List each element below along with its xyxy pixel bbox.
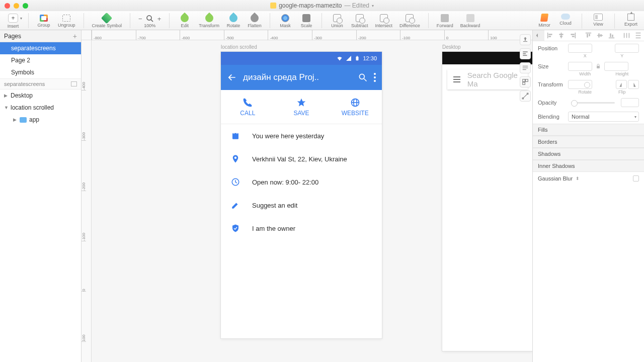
flatten-button[interactable]: Flatten [248, 14, 262, 28]
intersect-button[interactable]: Intersect [375, 14, 392, 28]
svg-rect-2 [356, 57, 359, 61]
fills-section[interactable]: Fills [533, 124, 644, 136]
backward-button[interactable]: Backward [460, 14, 480, 28]
chevron-down-icon[interactable]: ▾ [372, 4, 374, 8]
align-vcenter-icon[interactable] [594, 30, 606, 41]
add-page-button[interactable]: + [73, 32, 77, 40]
edit-button[interactable]: Edit [178, 14, 192, 28]
scale-button[interactable]: Scale [299, 14, 313, 28]
info-row-hours[interactable]: Open now: 9:00- 22:00 [221, 170, 382, 194]
more-icon[interactable] [374, 73, 376, 82]
svg-point-7 [374, 76, 376, 78]
artboard-label[interactable]: location scrolled [221, 44, 257, 50]
blending-select[interactable]: Normal▾ [568, 112, 639, 122]
close-window-icon[interactable] [5, 3, 10, 9]
create-symbol-button[interactable]: Create Symbol [92, 14, 122, 28]
info-row-address[interactable]: Verkhnii Val St, 22, Kiev, Ukraine [221, 147, 382, 170]
flip-h-button[interactable] [616, 80, 627, 89]
align-hcenter-icon[interactable] [556, 30, 568, 41]
subtract-button[interactable]: Subtract [351, 14, 368, 28]
back-icon[interactable] [227, 72, 237, 82]
gaussian-blur-row[interactable]: Gaussian Blur⬍ [533, 172, 644, 185]
save-button[interactable]: SAVE [275, 90, 329, 124]
union-button[interactable]: Union [330, 14, 344, 28]
flip-v-button[interactable] [628, 80, 639, 89]
align-tool-icon[interactable] [520, 48, 531, 59]
height-input[interactable] [604, 62, 628, 71]
artboard-location-scrolled[interactable]: 12:30 дизайн среда Proj.. CALL SAVE WEBS… [221, 52, 382, 338]
difference-button[interactable]: Difference [399, 14, 420, 28]
window-controls [0, 3, 28, 9]
insert-button[interactable]: ▾Insert [6, 14, 20, 29]
position-x-input[interactable] [568, 44, 592, 53]
distribute-h-icon[interactable] [621, 30, 632, 41]
width-input[interactable] [568, 62, 592, 71]
svg-rect-41 [598, 33, 599, 37]
svg-rect-46 [624, 33, 625, 38]
ruler-vertical: -400-300-200-1000100200300 [82, 40, 92, 362]
position-label: Position [538, 45, 565, 51]
page-item[interactable]: Symbols [0, 66, 81, 78]
export-button[interactable]: Export [624, 14, 638, 27]
cloud-button[interactable]: Cloud [558, 14, 573, 26]
shadows-section[interactable]: Shadows [533, 148, 644, 160]
text-tool-icon[interactable] [520, 62, 531, 73]
svg-rect-44 [610, 33, 611, 37]
artboard-label[interactable]: Desktop [442, 44, 461, 50]
layer-row[interactable]: ▶app [0, 114, 81, 126]
mask-button[interactable]: Mask [278, 14, 292, 28]
wifi-icon [337, 55, 343, 61]
website-button[interactable]: WEBSITE [328, 90, 382, 124]
search-icon[interactable] [358, 72, 368, 82]
info-row-edit[interactable]: Suggest an edit [221, 194, 382, 217]
call-button[interactable]: CALL [221, 90, 275, 124]
rotate-button[interactable]: Rotate [226, 14, 240, 28]
svg-rect-50 [636, 35, 641, 36]
transform-button[interactable]: Transform [199, 14, 219, 28]
info-row-visited[interactable]: You were here yesterday [221, 124, 382, 147]
export-icon[interactable] [520, 34, 531, 45]
canvas[interactable]: -800-700-600-500-400-300-200-1000100 -40… [82, 30, 532, 362]
group-button[interactable]: Group [37, 15, 51, 28]
forward-button[interactable]: Forward [437, 14, 453, 28]
align-bottom-icon[interactable] [606, 30, 617, 41]
distribute-v-icon[interactable] [632, 30, 644, 41]
path-tool-icon[interactable] [520, 90, 531, 102]
maximize-window-icon[interactable] [23, 3, 28, 9]
align-right-icon[interactable] [567, 30, 579, 41]
zoom-out-button[interactable]: − [138, 15, 142, 23]
info-row-owner[interactable]: I am the owner [221, 217, 382, 240]
align-left-icon[interactable] [544, 30, 556, 41]
zoom-icon[interactable] [145, 14, 154, 23]
svg-rect-45 [612, 35, 613, 37]
borders-section[interactable]: Borders [533, 136, 644, 148]
zoom-in-button[interactable]: + [157, 15, 162, 23]
svg-rect-42 [600, 34, 601, 37]
minimize-window-icon[interactable] [14, 3, 19, 9]
layout-tool-icon[interactable] [520, 76, 531, 87]
ungroup-button[interactable]: Ungroup [58, 15, 75, 28]
layer-options-icon[interactable] [71, 81, 77, 86]
lock-icon[interactable] [595, 63, 601, 69]
rotate-input[interactable] [568, 80, 592, 89]
svg-line-5 [364, 79, 367, 81]
align-collapse-icon[interactable] [533, 30, 544, 41]
position-y-input[interactable] [615, 44, 639, 53]
inspector-side-tools [518, 30, 532, 102]
view-button[interactable]: View [591, 14, 605, 27]
map-search-box[interactable]: Search Google Ma [447, 69, 528, 89]
svg-rect-51 [636, 38, 641, 39]
menu-icon[interactable] [453, 76, 460, 82]
opacity-input[interactable] [621, 98, 639, 107]
svg-rect-26 [522, 98, 523, 99]
page-item[interactable]: Page 2 [0, 54, 81, 66]
gaussian-blur-checkbox[interactable] [633, 175, 639, 182]
page-item[interactable]: separatescreens [0, 42, 81, 54]
opacity-slider[interactable] [571, 102, 615, 104]
inner-shadows-section[interactable]: Inner Shadows [533, 160, 644, 172]
mirror-button[interactable]: Mirror [537, 14, 551, 28]
svg-rect-33 [560, 36, 563, 37]
align-top-icon[interactable] [583, 30, 594, 41]
layer-row[interactable]: ▶Desktop [0, 89, 81, 102]
layer-row[interactable]: ▼location scrolled [0, 102, 81, 114]
